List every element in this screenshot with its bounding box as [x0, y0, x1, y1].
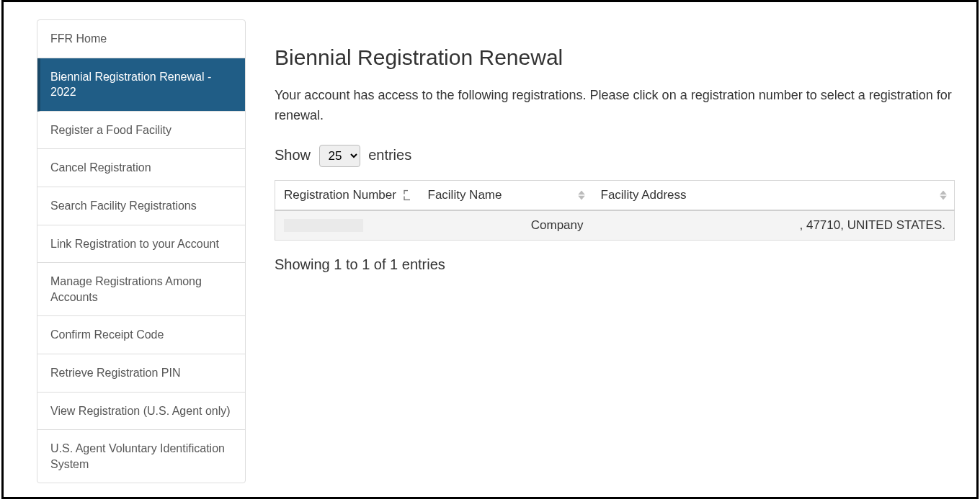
sidebar-item-us-agent-voluntary-id[interactable]: U.S. Agent Voluntary Identification Syst…	[37, 430, 245, 483]
sidebar-item-label: Link Registration to your Account	[50, 238, 219, 250]
sort-icon	[940, 190, 947, 200]
sidebar-item-cancel-registration[interactable]: Cancel Registration	[37, 149, 245, 187]
sidebar-item-label: Manage Registrations Among Accounts	[50, 275, 202, 303]
facility-address-suffix: , 47710, UNITED STATES.	[800, 218, 946, 232]
sidebar-item-confirm-receipt-code[interactable]: Confirm Receipt Code	[37, 316, 245, 354]
sidebar-item-label: Confirm Receipt Code	[50, 328, 164, 341]
sidebar-item-manage-registrations[interactable]: Manage Registrations Among Accounts	[37, 263, 245, 316]
show-entries-label-before: Show	[275, 147, 311, 163]
redacted-block	[284, 219, 363, 232]
svg-marker-2	[940, 190, 947, 194]
column-header-facility-address[interactable]: Facility Address	[592, 180, 955, 210]
table-row[interactable]: Company , 47710, UNITED STATES.	[275, 210, 955, 241]
registrations-table: Registration Number Facility Name	[275, 180, 955, 241]
cell-facility-address: , 47710, UNITED STATES.	[592, 210, 955, 241]
sidebar-item-label: FFR Home	[50, 32, 107, 45]
sidebar-item-biennial-renewal[interactable]: Biennial Registration Renewal - 2022	[37, 58, 245, 112]
cell-facility-name: Company	[419, 210, 592, 241]
sidebar-item-register-food-facility[interactable]: Register a Food Facility	[37, 112, 245, 150]
sidebar-item-label: Biennial Registration Renewal - 2022	[50, 71, 211, 99]
cell-registration-number[interactable]	[275, 210, 419, 241]
sidebar-item-label: Search Facility Registrations	[50, 200, 197, 212]
column-header-registration-number[interactable]: Registration Number	[275, 180, 419, 210]
svg-marker-3	[940, 195, 947, 200]
svg-marker-0	[578, 190, 585, 194]
sort-asc-icon	[404, 189, 412, 200]
page-title: Biennial Registration Renewal	[275, 45, 955, 70]
sort-icon	[578, 190, 585, 200]
table-info-text: Showing 1 to 1 of 1 entries	[275, 256, 955, 273]
sidebar-item-retrieve-pin[interactable]: Retrieve Registration PIN	[37, 354, 245, 393]
sidebar-item-ffr-home[interactable]: FFR Home	[37, 20, 245, 58]
column-header-label: Facility Address	[601, 188, 687, 202]
sidebar-item-label: View Registration (U.S. Agent only)	[50, 405, 231, 417]
sidebar-item-label: U.S. Agent Voluntary Identification Syst…	[50, 442, 225, 470]
column-header-facility-name[interactable]: Facility Name	[419, 180, 592, 210]
sidebar-item-search-registrations[interactable]: Search Facility Registrations	[37, 187, 245, 225]
sidebar-item-link-registration[interactable]: Link Registration to your Account	[37, 225, 245, 264]
intro-text: Your account has access to the following…	[275, 86, 955, 126]
show-entries-control: Show 25 entries	[275, 145, 955, 167]
sidebar-item-label: Register a Food Facility	[50, 124, 172, 136]
facility-name-suffix: Company	[531, 218, 584, 232]
entries-per-page-select[interactable]: 25	[319, 145, 360, 167]
sidebar: FFR Home Biennial Registration Renewal -…	[37, 19, 246, 483]
sidebar-item-label: Cancel Registration	[50, 161, 151, 174]
column-header-label: Registration Number	[284, 188, 396, 202]
column-header-label: Facility Name	[428, 188, 502, 202]
main-content: Biennial Registration Renewal Your accou…	[246, 19, 955, 483]
sidebar-item-label: Retrieve Registration PIN	[50, 367, 181, 379]
sidebar-item-view-registration-us-agent[interactable]: View Registration (U.S. Agent only)	[37, 393, 245, 431]
show-entries-label-after: entries	[368, 147, 411, 163]
svg-marker-1	[578, 195, 585, 200]
